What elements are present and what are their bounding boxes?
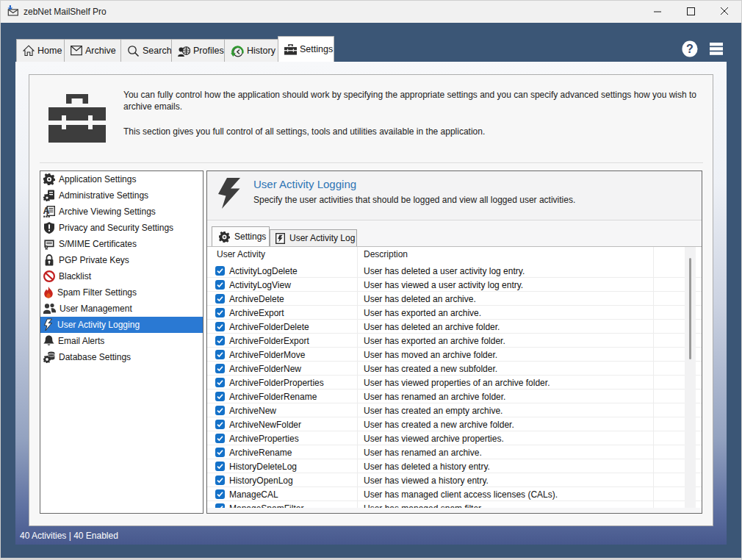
svg-text:?: ? — [686, 43, 694, 55]
svg-text:A: A — [43, 206, 50, 216]
